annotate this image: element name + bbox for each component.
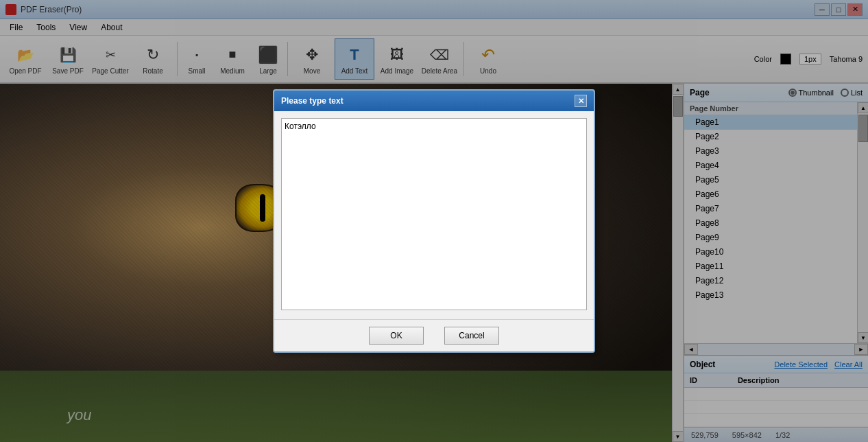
modal-close-button[interactable]: ✕: [575, 95, 587, 107]
modal-dialog: Please type text ✕ Котэлло OK Cancel: [273, 89, 595, 353]
modal-cancel-button[interactable]: Cancel: [444, 327, 499, 345]
modal-content: Котэлло: [274, 111, 594, 319]
modal-overlay: Please type text ✕ Котэлло OK Cancel: [0, 0, 868, 442]
modal-textarea[interactable]: Котэлло: [281, 118, 587, 310]
modal-title: Please type text: [281, 96, 343, 106]
modal-buttons: OK Cancel: [274, 319, 594, 351]
modal-titlebar: Please type text ✕: [274, 91, 594, 111]
modal-ok-button[interactable]: OK: [369, 327, 424, 345]
